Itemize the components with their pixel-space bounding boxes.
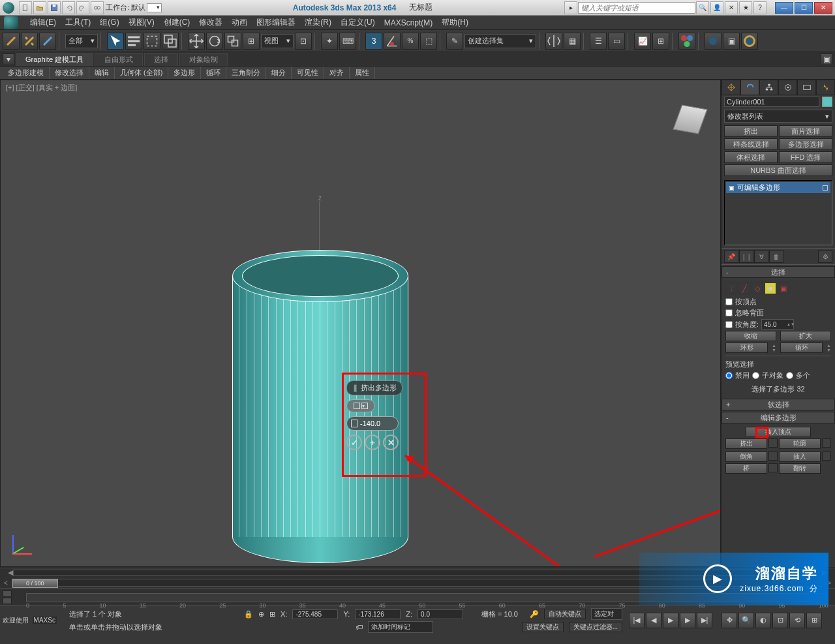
- mod-btn-polysel[interactable]: 多边形选择: [779, 138, 832, 150]
- modifier-stack[interactable]: ▣可编辑多边形: [724, 180, 832, 245]
- qat-open-icon[interactable]: [33, 1, 46, 14]
- select-object-icon[interactable]: [107, 33, 124, 50]
- goto-end-icon[interactable]: ▶|: [697, 613, 712, 628]
- radio-preview-sub[interactable]: [752, 372, 759, 379]
- btn-loop[interactable]: 循环: [780, 343, 823, 353]
- ribbon-panel-edit[interactable]: 编辑: [89, 67, 115, 79]
- mod-btn-facesel[interactable]: 面片选择: [779, 125, 832, 137]
- ribbon-toggle-icon[interactable]: ▭: [608, 33, 625, 50]
- btn-inset-settings[interactable]: [822, 452, 831, 461]
- radio-preview-multi[interactable]: [786, 372, 793, 379]
- caddy-apply-button[interactable]: +: [365, 435, 380, 450]
- spinner-snap-icon[interactable]: ⬚: [420, 33, 437, 50]
- schematic-icon[interactable]: ⊞: [652, 33, 669, 50]
- prev-frame-icon[interactable]: ◀: [646, 613, 661, 628]
- menu-modifiers[interactable]: 修改器: [195, 16, 226, 29]
- coord-x[interactable]: -275.485: [292, 609, 338, 619]
- stack-show-icon[interactable]: ❘❘: [739, 250, 753, 263]
- btn-bevel-settings[interactable]: [768, 452, 778, 461]
- ribbon-tab-graphite[interactable]: Graphite 建模工具: [16, 53, 93, 66]
- setkey-button[interactable]: 设置关键点: [522, 622, 564, 632]
- btn-bridge-settings[interactable]: [768, 463, 778, 472]
- ribbon-panel-prop[interactable]: 属性: [350, 67, 375, 79]
- cp-tab-utilities[interactable]: [816, 80, 835, 95]
- viewport[interactable]: [+] [正交] [真实 + 边面] z ❚挤出多边形 ▾ -140.0 ✓ +…: [0, 80, 721, 567]
- chk-by-angle[interactable]: [725, 321, 733, 328]
- subobj-vertex-icon[interactable]: ⋮: [725, 283, 737, 294]
- ribbon-expand-icon[interactable]: ▣: [821, 54, 832, 65]
- qat-undo-icon[interactable]: [62, 1, 75, 14]
- menu-tools[interactable]: 工具(T): [61, 16, 95, 29]
- app-menu-icon[interactable]: [4, 16, 18, 29]
- subobj-polygon-icon[interactable]: ■: [765, 283, 776, 294]
- modifier-list-dropdown[interactable]: 修改器列表: [724, 110, 832, 123]
- stack-unique-icon[interactable]: ∀: [754, 250, 768, 263]
- coord-y[interactable]: -173.126: [355, 609, 401, 619]
- btn-shrink[interactable]: 收缩: [725, 331, 776, 341]
- close-button[interactable]: ✕: [814, 2, 832, 14]
- move-icon[interactable]: [188, 33, 205, 50]
- render-icon[interactable]: [741, 33, 758, 50]
- manipulate-icon[interactable]: ✦: [321, 33, 338, 50]
- angle-snap-icon[interactable]: [384, 33, 401, 50]
- refcoord-dropdown[interactable]: 视图▾: [261, 34, 294, 48]
- ribbon-tab-freeform[interactable]: 自由形式: [95, 53, 143, 66]
- signin-icon[interactable]: 👤: [710, 1, 723, 14]
- keymode-dropdown[interactable]: 选定对: [591, 608, 622, 620]
- menu-graph[interactable]: 图形编辑器: [252, 16, 299, 29]
- qat-save-icon[interactable]: [48, 1, 61, 14]
- maximize-button[interactable]: ☐: [795, 2, 813, 14]
- caddy-type-dropdown[interactable]: ▾: [346, 399, 375, 412]
- chk-ignore-back[interactable]: [725, 309, 733, 316]
- ribbon-tab-objpaint[interactable]: 对象绘制: [179, 53, 228, 66]
- help-icon[interactable]: ?: [753, 1, 767, 14]
- favorite-icon[interactable]: ★: [739, 1, 752, 14]
- menu-maxscript[interactable]: MAXScript(M): [380, 17, 437, 29]
- infocenter-arrow-icon[interactable]: ▸: [564, 1, 577, 14]
- ribbon-panel-modsel[interactable]: 修改选择: [50, 67, 89, 79]
- selection-filter-dropdown[interactable]: 全部▾: [65, 34, 98, 48]
- menu-views[interactable]: 视图(V): [125, 16, 159, 29]
- bind-icon[interactable]: [39, 33, 56, 50]
- keyfilter-button[interactable]: 关键点过滤器...: [569, 622, 622, 632]
- exchange-icon[interactable]: ✕: [725, 1, 738, 14]
- cp-tab-display[interactable]: [797, 80, 816, 95]
- menu-animation[interactable]: 动画: [228, 16, 251, 29]
- layer-manager-icon[interactable]: ☰: [590, 33, 607, 50]
- search-icon[interactable]: 🔍: [696, 1, 709, 14]
- angle-spinner[interactable]: 45.0▲▼: [761, 319, 794, 330]
- edit-named-sel-icon[interactable]: ✎: [446, 33, 463, 50]
- chk-by-vertex[interactable]: [725, 298, 733, 305]
- qat-new-icon[interactable]: [19, 1, 32, 14]
- render-setup-icon[interactable]: [705, 33, 721, 50]
- menu-help[interactable]: 帮助(H): [438, 16, 472, 29]
- ribbon-tab-select[interactable]: 选择: [144, 53, 178, 66]
- timetag-field[interactable]: 添加时间标记: [368, 621, 433, 633]
- btn-grow[interactable]: 扩大: [780, 331, 831, 341]
- menu-edit[interactable]: 编辑(E): [26, 16, 60, 29]
- ribbon-panel-vis[interactable]: 可见性: [292, 67, 324, 79]
- goto-start-icon[interactable]: |◀: [629, 613, 645, 628]
- ribbon-panel-poly[interactable]: 多边形: [168, 67, 201, 79]
- ribbon-panel-subdiv[interactable]: 细分: [266, 67, 292, 79]
- subobj-edge-icon[interactable]: ╱: [738, 283, 750, 294]
- search-input[interactable]: [578, 2, 695, 14]
- app-icon[interactable]: [3, 2, 14, 14]
- time-slider-thumb[interactable]: 0 / 100: [12, 579, 58, 588]
- workspace-dropdown[interactable]: [147, 3, 162, 12]
- subobj-border-icon[interactable]: ◇: [752, 283, 763, 294]
- menu-create[interactable]: 创建(C): [160, 16, 194, 29]
- nav-zoom-icon[interactable]: 🔍: [738, 613, 754, 628]
- select-region-icon[interactable]: [144, 33, 160, 50]
- timeline-key-in-icon[interactable]: [3, 590, 12, 597]
- timetag-icon[interactable]: 🏷: [356, 623, 363, 631]
- btn-extrude[interactable]: 挤出: [725, 438, 767, 449]
- cp-tab-motion[interactable]: [778, 80, 797, 95]
- menu-render[interactable]: 渲染(R): [301, 16, 335, 29]
- rollout-selection-header[interactable]: -选择: [721, 266, 835, 278]
- btn-bevel[interactable]: 倒角: [725, 452, 767, 462]
- object-name-input[interactable]: [724, 97, 819, 107]
- play-icon[interactable]: ▶: [663, 613, 678, 628]
- ribbon-panel-polymod[interactable]: 多边形建模: [3, 67, 50, 79]
- unlink-icon[interactable]: [21, 33, 38, 50]
